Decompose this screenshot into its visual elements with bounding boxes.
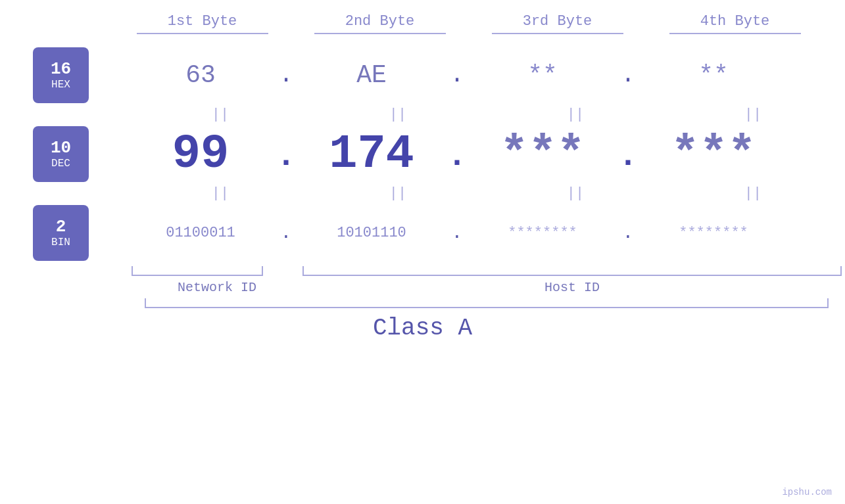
bin-byte4: ******** [641, 225, 786, 241]
byte3-header: 3rd Byte [485, 13, 630, 30]
eq5: || [148, 185, 293, 202]
hex-row: 16 HEX 63 . AE . ** . ** [0, 47, 845, 103]
network-id-label: Network ID [132, 280, 302, 295]
bin-byte2: 10101110 [299, 225, 444, 241]
bracket-byte3 [492, 33, 623, 34]
eq3: || [503, 106, 648, 123]
byte-headers: 1st Byte 2nd Byte 3rd Byte 4th Byte [114, 13, 824, 30]
byte1-header: 1st Byte [130, 13, 275, 30]
eq8: || [681, 185, 825, 202]
hex-byte4: ** [641, 61, 786, 89]
dec-badge-label: DEC [51, 158, 70, 170]
bin-dot2: . [444, 223, 470, 243]
hex-byte1: 63 [128, 61, 273, 89]
hex-badge-label: HEX [51, 79, 70, 91]
eq7: || [503, 185, 648, 202]
bin-badge: 2 BIN [33, 205, 89, 261]
hex-dot3: . [615, 62, 641, 89]
watermark: ipshu.com [782, 487, 832, 497]
hex-byte3: ** [470, 61, 615, 89]
dec-badge: 10 DEC [33, 126, 89, 182]
dec-dot1: . [273, 137, 299, 181]
hex-dot2: . [444, 62, 470, 89]
bottom-bracket-row [132, 266, 842, 276]
bracket-byte1 [137, 33, 268, 34]
hex-dot1: . [273, 62, 299, 89]
bracket-gap-1 [263, 266, 302, 276]
bin-dot1: . [273, 223, 299, 243]
main-container: 1st Byte 2nd Byte 3rd Byte 4th Byte 16 H… [0, 0, 845, 504]
hex-values: 63 . AE . ** . ** [128, 61, 845, 89]
bin-dot3: . [615, 223, 641, 243]
network-bracket [132, 266, 263, 276]
dec-dot2: . [444, 137, 470, 181]
bin-byte3: ******** [470, 225, 615, 241]
eq2: || [326, 106, 470, 123]
dec-byte1: 99 [128, 127, 273, 181]
bin-row: 2 BIN 01100011 . 10101110 . ******** . *… [0, 205, 845, 261]
equals-row-2: || || || || [132, 185, 842, 202]
eq6: || [326, 185, 470, 202]
dec-badge-number: 10 [51, 139, 71, 156]
bin-badge-number: 2 [56, 218, 66, 235]
host-bracket [302, 266, 842, 276]
byte2-header: 2nd Byte [308, 13, 452, 30]
bracket-byte2 [314, 33, 446, 34]
dec-row: 10 DEC 99 . 174 . *** . *** [0, 126, 845, 182]
eq4: || [681, 106, 825, 123]
top-brackets [114, 33, 824, 34]
bracket-byte4 [669, 33, 801, 34]
hex-badge-number: 16 [51, 60, 71, 78]
byte4-header: 4th Byte [663, 13, 808, 30]
class-bracket [145, 298, 829, 308]
host-id-label: Host ID [302, 280, 842, 295]
dec-byte2: 174 [299, 127, 444, 181]
equals-row-1: || || || || [132, 106, 842, 123]
bin-values: 01100011 . 10101110 . ******** . *******… [128, 223, 845, 243]
dec-dot3: . [615, 137, 641, 181]
dec-values: 99 . 174 . *** . *** [128, 127, 845, 181]
hex-byte2: AE [299, 61, 444, 89]
id-labels: Network ID Host ID [132, 280, 842, 295]
bin-byte1: 01100011 [128, 225, 273, 241]
dec-byte4: *** [641, 127, 786, 181]
class-label: Class A [373, 315, 472, 342]
hex-badge: 16 HEX [33, 47, 89, 103]
bin-badge-label: BIN [51, 237, 70, 248]
eq1: || [148, 106, 293, 123]
dec-byte3: *** [470, 127, 615, 181]
